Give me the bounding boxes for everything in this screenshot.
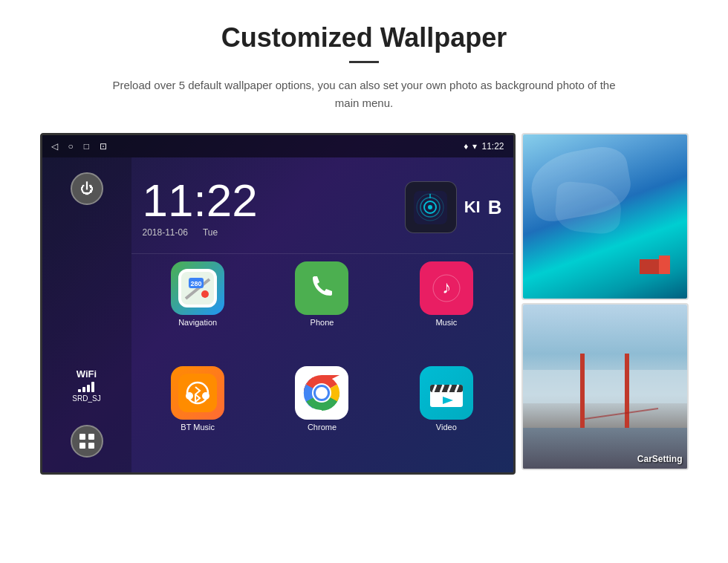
- phone-app-label: Phone: [311, 318, 334, 327]
- wifi-label: WiFi: [77, 368, 97, 380]
- title-divider: [349, 61, 379, 63]
- video-app-icon[interactable]: [420, 366, 473, 420]
- svg-rect-0: [79, 434, 85, 440]
- clock-date-value: 2018-11-06: [143, 227, 188, 238]
- svg-point-23: [202, 392, 209, 400]
- b-label: B: [488, 196, 502, 219]
- svg-text:280: 280: [191, 280, 202, 287]
- back-icon[interactable]: ◁: [51, 141, 58, 152]
- wifi-network: SRD_SJ: [72, 394, 100, 403]
- wifi-bar-1: [78, 389, 81, 392]
- wifi-bars: [78, 382, 94, 392]
- status-bar-indicators: ♦ ▾ 11:22: [464, 141, 504, 152]
- wifi-bar-4: [91, 382, 94, 392]
- svg-rect-1: [88, 434, 94, 440]
- status-bar: ◁ ○ □ ⊡ ♦ ▾ 11:22: [42, 135, 513, 157]
- apps-grid-button[interactable]: [71, 425, 103, 458]
- carsetting-label: CarSetting: [637, 454, 683, 464]
- wallpaper-thumbnails: CarSetting: [521, 133, 689, 470]
- clock-area: 11:22 2018-11-06 Tue: [131, 157, 513, 254]
- home-icon[interactable]: ○: [68, 141, 74, 152]
- chrome-app-icon[interactable]: [295, 366, 348, 420]
- svg-rect-3: [88, 443, 94, 449]
- video-app-label: Video: [436, 423, 457, 432]
- navigation-app-label: Navigation: [178, 318, 217, 327]
- app-item-video[interactable]: Video: [387, 366, 505, 465]
- chrome-app-label: Chrome: [308, 423, 337, 432]
- left-sidebar: ⏻ WiFi SRD_SJ: [42, 157, 131, 472]
- navigation-app-icon[interactable]: 280: [171, 261, 224, 315]
- device-container: ◁ ○ □ ⊡ ♦ ▾ 11:22 ⏻ WiFi: [40, 133, 689, 475]
- wallpaper-thumb-ice[interactable]: [521, 133, 689, 300]
- page-wrapper: Customized Wallpaper Preload over 5 defa…: [0, 0, 728, 489]
- screen-content: ⏻ WiFi SRD_SJ: [42, 157, 513, 472]
- svg-point-22: [186, 392, 193, 400]
- app-item-phone[interactable]: Phone: [263, 261, 381, 360]
- page-title: Customized Wallpaper: [221, 22, 507, 53]
- app-item-chrome[interactable]: Chrome: [263, 366, 381, 465]
- svg-text:♪: ♪: [442, 277, 451, 297]
- clock-date: 2018-11-06 Tue: [143, 227, 258, 238]
- wifi-info: WiFi SRD_SJ: [72, 368, 100, 403]
- wifi-icon: ▾: [472, 141, 477, 152]
- power-button[interactable]: ⏻: [71, 172, 103, 205]
- radio-icon-box[interactable]: [405, 181, 457, 233]
- page-subtitle: Preload over 5 default wallpaper options…: [111, 77, 617, 112]
- app-item-btmusic[interactable]: BT Music: [139, 366, 257, 465]
- recents-icon[interactable]: □: [84, 141, 89, 152]
- ki-label: KI: [464, 198, 481, 217]
- wifi-bar-3: [87, 385, 90, 392]
- svg-point-28: [316, 387, 328, 399]
- btmusic-app-label: BT Music: [181, 423, 215, 432]
- wifi-bar-2: [82, 387, 85, 392]
- location-icon: ♦: [464, 141, 468, 152]
- music-app-label: Music: [435, 318, 457, 327]
- btmusic-app-icon[interactable]: [171, 366, 224, 420]
- status-time: 11:22: [481, 141, 504, 152]
- svg-point-8: [428, 205, 432, 209]
- clock-time: 11:22: [143, 178, 258, 224]
- clock-right-icons: KI B: [405, 181, 502, 233]
- center-area: 11:22 2018-11-06 Tue: [131, 157, 513, 472]
- clock-section: 11:22 2018-11-06 Tue: [143, 178, 258, 238]
- svg-rect-2: [79, 443, 85, 449]
- clock-day-value: Tue: [203, 227, 218, 238]
- wallpaper-thumb-bridge[interactable]: CarSetting: [521, 303, 689, 470]
- music-app-icon[interactable]: ♪: [420, 261, 473, 315]
- phone-app-icon[interactable]: [295, 261, 348, 315]
- android-screen: ◁ ○ □ ⊡ ♦ ▾ 11:22 ⏻ WiFi: [40, 133, 516, 475]
- status-bar-nav: ◁ ○ □ ⊡: [51, 141, 108, 152]
- app-grid: 280 Navigation: [131, 254, 513, 472]
- app-item-music[interactable]: ♪ Music: [387, 261, 505, 360]
- screenshot-icon[interactable]: ⊡: [100, 141, 107, 152]
- app-item-navigation[interactable]: 280 Navigation: [139, 261, 257, 360]
